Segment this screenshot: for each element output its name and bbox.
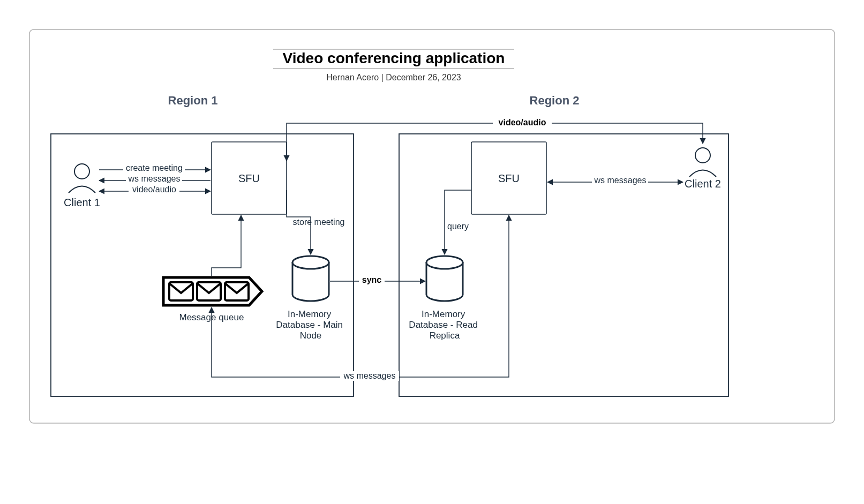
sfu2-label: SFU (498, 172, 520, 184)
svg-point-4 (695, 148, 710, 163)
edge-ws-messages-1-label: ws messages (128, 174, 181, 183)
db-replica-icon (426, 256, 463, 301)
db-main-icon (292, 256, 329, 301)
region2-label: Region 2 (530, 94, 580, 107)
client1-label: Client 1 (64, 197, 100, 208)
svg-point-3 (74, 164, 89, 179)
edge-ws-bus-label: ws messages (343, 371, 396, 380)
edge-create-meeting-label: create meeting (126, 163, 183, 172)
edge-ws-messages-2-label: ws messages (594, 176, 647, 185)
diagram-canvas: Video conferencing application Hernan Ac… (0, 0, 864, 504)
edge-query-label: query (447, 222, 469, 231)
edge-store-meeting-label: store meeting (293, 217, 345, 227)
message-queue-icon (163, 277, 262, 305)
sfu1-label: SFU (238, 172, 260, 184)
edge-sync-label: sync (362, 275, 382, 284)
client2-icon (689, 148, 716, 177)
region1-label: Region 1 (168, 94, 218, 107)
diagram-title: Video conferencing application (283, 50, 505, 66)
edge-video-audio-1-label: video/audio (132, 185, 176, 194)
client1-icon (69, 164, 95, 193)
edge-video-audio-top-label: video/audio (499, 118, 546, 127)
edge-mq-to-sfu1 (212, 215, 241, 276)
db-main-label: In-Memory Database - Main Node (276, 309, 345, 341)
svg-rect-0 (29, 29, 835, 423)
diagram-author: Hernan Acero | December 26, 2023 (326, 73, 461, 82)
db-replica-label: In-Memory Database - Read Replica (409, 309, 480, 341)
client2-label: Client 2 (685, 178, 721, 190)
